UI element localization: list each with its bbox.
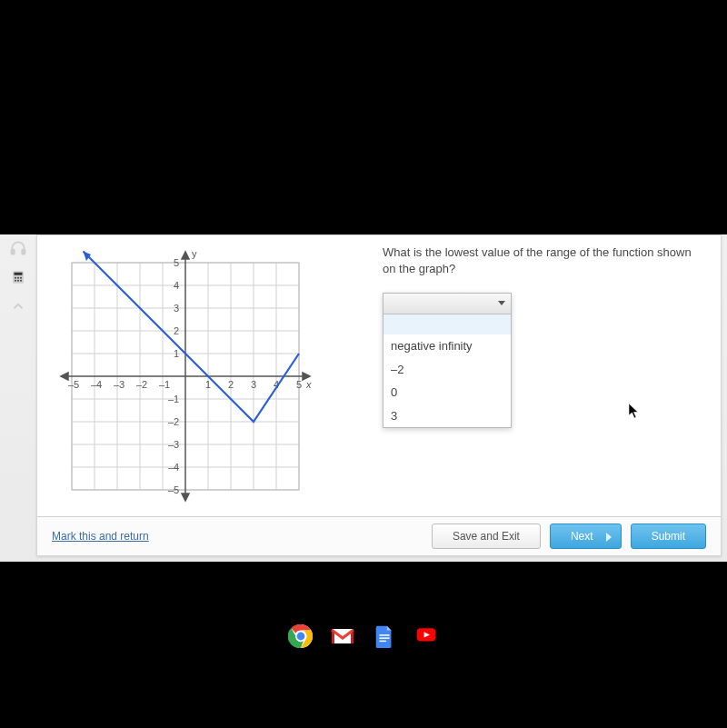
svg-point-61: [296, 632, 305, 641]
svg-text:–3: –3: [168, 439, 179, 450]
youtube-icon[interactable]: [413, 623, 439, 649]
svg-marker-34: [61, 373, 68, 380]
svg-point-4: [15, 277, 16, 279]
svg-text:5: 5: [174, 257, 179, 268]
question-text-line1: What is the lowest value of the range of…: [383, 244, 702, 261]
svg-text:–5: –5: [168, 484, 179, 495]
svg-text:y: y: [192, 248, 197, 259]
svg-rect-64: [379, 637, 389, 638]
coordinate-graph: y x –5–4–3–2–1 12345 54321 –1–2–3–4–5: [54, 244, 326, 508]
svg-text:–2: –2: [168, 416, 179, 427]
svg-text:–1: –1: [159, 379, 170, 390]
svg-text:1: 1: [205, 379, 211, 390]
svg-rect-1: [22, 250, 25, 254]
svg-text:x: x: [305, 379, 312, 390]
question-area: What is the lowest value of the range of…: [383, 244, 702, 428]
chrome-icon[interactable]: [288, 623, 314, 649]
save-exit-button[interactable]: Save and Exit: [432, 524, 541, 549]
svg-text:3: 3: [174, 303, 179, 314]
svg-text:–4: –4: [168, 462, 179, 473]
dropdown-toggle[interactable]: [383, 294, 511, 314]
svg-text:3: 3: [251, 379, 256, 390]
submit-button[interactable]: Submit: [631, 524, 706, 549]
svg-text:–2: –2: [136, 379, 147, 390]
dropdown-option-neg-infinity[interactable]: negative infinity: [383, 334, 511, 358]
svg-rect-0: [12, 250, 15, 254]
docs-icon[interactable]: [372, 623, 397, 649]
svg-text:5: 5: [296, 379, 302, 390]
svg-text:–5: –5: [68, 379, 79, 390]
dropdown-option-0[interactable]: 0: [383, 381, 511, 404]
svg-rect-63: [379, 634, 389, 635]
svg-point-5: [17, 277, 19, 279]
svg-rect-65: [379, 641, 385, 642]
svg-text:4: 4: [174, 280, 179, 291]
next-button[interactable]: Next: [550, 524, 622, 549]
svg-text:–1: –1: [168, 394, 179, 404]
svg-point-6: [20, 277, 22, 279]
svg-text:2: 2: [174, 325, 179, 336]
tool-rail: [4, 238, 33, 316]
question-text-line2: on the graph?: [383, 261, 702, 277]
headphones-icon[interactable]: [8, 238, 28, 258]
svg-point-8: [17, 280, 19, 282]
collapse-icon[interactable]: [8, 296, 28, 316]
svg-marker-35: [182, 252, 189, 259]
dropdown-option-blank[interactable]: [383, 314, 511, 334]
gmail-icon[interactable]: [330, 623, 355, 649]
chevron-down-icon: [498, 301, 505, 305]
dropdown-option-3[interactable]: 3: [383, 404, 511, 428]
svg-text:2: 2: [228, 379, 234, 390]
mouse-cursor-icon: [628, 403, 641, 419]
content-card: y x –5–4–3–2–1 12345 54321 –1–2–3–4–5 Wh…: [36, 234, 722, 556]
svg-rect-3: [15, 273, 23, 275]
svg-text:–3: –3: [114, 379, 124, 390]
svg-text:–4: –4: [91, 379, 102, 390]
svg-marker-59: [84, 252, 92, 262]
svg-point-7: [15, 280, 16, 282]
quiz-screen: y x –5–4–3–2–1 12345 54321 –1–2–3–4–5 Wh…: [0, 234, 727, 562]
dropdown-option-neg-2[interactable]: –2: [383, 358, 511, 382]
mark-return-link[interactable]: Mark this and return: [52, 530, 149, 543]
os-shelf: [0, 614, 727, 658]
answer-dropdown[interactable]: negative infinity –2 0 3: [383, 293, 512, 428]
svg-marker-36: [182, 494, 189, 501]
svg-text:1: 1: [174, 348, 179, 359]
calculator-icon[interactable]: [8, 267, 28, 287]
svg-point-9: [20, 280, 22, 282]
footer-bar: Mark this and return Save and Exit Next …: [37, 516, 721, 555]
